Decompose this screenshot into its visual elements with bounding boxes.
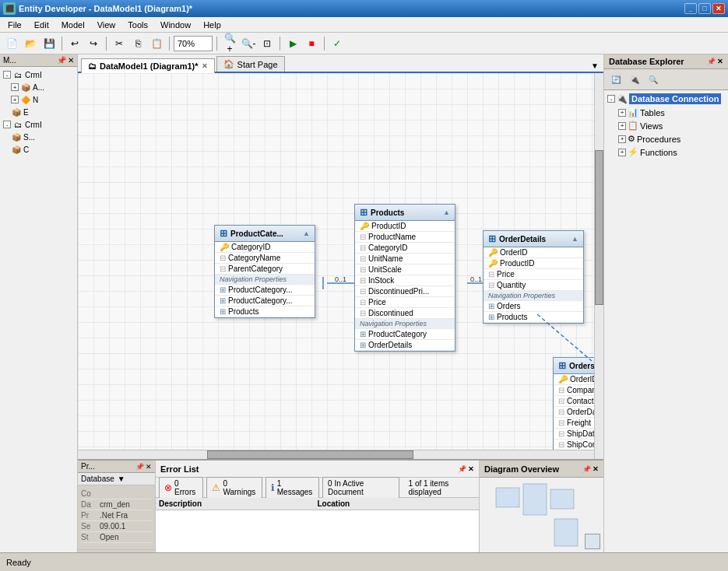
tree-item-2[interactable]: + 📦 A... xyxy=(2,81,76,93)
zoom-fit-button[interactable]: ⊡ xyxy=(258,35,276,52)
tabs-bar: 🗂 DataModel1 (Diagram1)* ✕ 🏠 Start Page … xyxy=(78,54,603,73)
menu-file[interactable]: File xyxy=(2,17,28,32)
prop-close[interactable]: ✕ xyxy=(146,463,152,471)
conn-col-2: Da xyxy=(81,500,97,509)
left-panel-pin[interactable]: 📌 xyxy=(57,56,66,65)
tab-diagram[interactable]: 🗂 DataModel1 (Diagram1)* ✕ xyxy=(81,58,215,73)
db-expand-views[interactable]: + xyxy=(618,122,626,130)
db-expand-connection[interactable]: - xyxy=(607,95,615,103)
diagram-overview-canvas[interactable] xyxy=(480,478,603,552)
expand-1[interactable]: - xyxy=(3,71,11,79)
copy-button[interactable]: ⎘ xyxy=(129,35,146,52)
tree-item-4[interactable]: 📦 E xyxy=(2,106,76,118)
entity-products-expand[interactable]: ▲ xyxy=(443,208,450,216)
left-panel-close[interactable]: ✕ xyxy=(68,56,74,65)
menu-model[interactable]: Model xyxy=(55,17,91,32)
key-icon-p1: 🔑 xyxy=(360,222,369,230)
redo-button[interactable]: ↪ xyxy=(85,35,102,52)
db-expand-tables[interactable]: + xyxy=(618,109,626,117)
expand-3[interactable]: + xyxy=(11,96,19,103)
error-close[interactable]: ✕ xyxy=(468,465,474,473)
nav-header-label-p: Navigation Properties xyxy=(360,320,427,328)
db-tree-item-connection[interactable]: - 🔌 Database Connection xyxy=(606,92,726,106)
db-tree-item-tables[interactable]: + 📊 Tables xyxy=(606,106,726,119)
entity-orders-field-5: Freight xyxy=(567,419,591,427)
tree-item-6[interactable]: 📦 S... xyxy=(2,131,76,143)
tree-item-5[interactable]: - 🗂 CrmI xyxy=(2,118,76,131)
zoom-out-button[interactable]: 🔍- xyxy=(240,35,257,52)
entity-od-title: OrderDetails xyxy=(499,235,546,243)
menu-window[interactable]: Window xyxy=(154,17,197,32)
menu-tools[interactable]: Tools xyxy=(121,17,154,32)
canvas-scroll-thumb-h[interactable] xyxy=(207,450,413,459)
db-explorer-close[interactable]: ✕ xyxy=(717,58,723,65)
zoom-input[interactable]: 70% xyxy=(174,36,213,51)
diag-ov-close[interactable]: ✕ xyxy=(593,465,599,473)
error-badge[interactable]: ⊗ 0 Errors xyxy=(159,477,203,499)
canvas-scrollbar-v[interactable] xyxy=(594,73,603,459)
conn-val-2: crm_den xyxy=(100,500,152,509)
key-icon-o1: 🔑 xyxy=(558,375,568,384)
entity-products[interactable]: ⊞ Products ▲ 🔑 ProductID ⊟ ProductName ⊟… xyxy=(354,204,455,352)
entity-od-row-2: 🔑 ProductID xyxy=(484,258,583,269)
entity-od-expand[interactable]: ▲ xyxy=(571,235,579,243)
minimize-button[interactable]: _ xyxy=(684,3,697,14)
save-button[interactable]: 💾 xyxy=(40,35,58,52)
expand-5[interactable]: - xyxy=(3,121,11,128)
tab-dropdown-button[interactable]: ▼ xyxy=(589,60,600,72)
entity-od-field-3: Price xyxy=(497,270,515,278)
db-expand-functions[interactable]: + xyxy=(618,149,626,156)
fk-icon-p2: ⊟ xyxy=(360,233,366,241)
prop-pin[interactable]: 📌 xyxy=(135,463,144,471)
entity-category-expand[interactable]: ▲ xyxy=(303,229,310,237)
message-badge[interactable]: ℹ 1 Messages xyxy=(266,477,319,499)
error-list-panel: Error List 📌 ✕ ⊗ 0 Errors ⚠ 0 Warnings xyxy=(156,461,479,552)
maximize-button[interactable]: □ xyxy=(698,3,711,14)
new-button[interactable]: 📄 xyxy=(3,35,20,52)
tree-item-3[interactable]: + 🔶 N xyxy=(2,93,76,106)
overview-viewport[interactable] xyxy=(585,534,600,549)
nav-icon-p2: ⊞ xyxy=(360,341,366,349)
open-button[interactable]: 📂 xyxy=(22,35,39,52)
menu-view[interactable]: View xyxy=(91,17,122,32)
diag-ov-pin[interactable]: 📌 xyxy=(582,465,591,473)
tree-item-1[interactable]: - 🗂 CrmI xyxy=(2,68,76,81)
menu-edit[interactable]: Edit xyxy=(28,17,55,32)
conn-col-3: Pr xyxy=(81,511,97,520)
entity-od-field-2: ProductID xyxy=(500,259,534,268)
db-tree-item-procedures[interactable]: + ⚙ Procedures xyxy=(606,132,726,145)
validate-button[interactable]: ✓ xyxy=(329,35,346,52)
tree-item-7[interactable]: 📦 C xyxy=(2,143,76,156)
stop-button[interactable]: ■ xyxy=(303,35,320,52)
paste-button[interactable]: 📋 xyxy=(148,35,165,52)
db-refresh-button[interactable]: 🔄 xyxy=(607,71,624,88)
expand-2[interactable]: + xyxy=(11,83,19,91)
tab-startpage[interactable]: 🏠 Start Page xyxy=(216,56,285,72)
db-expand-procedures[interactable]: + xyxy=(618,135,626,143)
canvas-scroll-thumb-v[interactable] xyxy=(595,150,603,304)
close-button[interactable]: ✕ xyxy=(712,3,725,14)
zoom-in-button[interactable]: 🔍+ xyxy=(221,35,238,52)
canvas-scrollbar-h[interactable] xyxy=(78,450,594,459)
active-doc-badge[interactable]: 0 In Active Document xyxy=(322,477,399,499)
entity-product-category[interactable]: ⊞ ProductCate... ▲ 🔑 CategoryID ⊟ Catego… xyxy=(214,225,315,318)
db-connect-button[interactable]: 🔌 xyxy=(626,71,643,88)
tab-diagram-close[interactable]: ✕ xyxy=(202,62,208,70)
error-pin[interactable]: 📌 xyxy=(458,465,466,473)
entity-products-field-8: Price xyxy=(368,298,386,307)
db-filter-button[interactable]: 🔍 xyxy=(645,71,662,88)
undo-button[interactable]: ↩ xyxy=(66,35,83,52)
menu-help[interactable]: Help xyxy=(197,17,227,32)
db-tree-item-views[interactable]: + 📋 Views xyxy=(606,119,726,132)
warning-badge[interactable]: ⚠ 0 Warnings xyxy=(206,477,262,499)
cut-button[interactable]: ✂ xyxy=(111,35,128,52)
db-explorer-pin[interactable]: 📌 xyxy=(707,58,716,65)
canvas-container[interactable]: ⊞ ProductCate... ▲ 🔑 CategoryID ⊟ Catego… xyxy=(78,73,603,459)
left-panel: M... 📌 ✕ - 🗂 CrmI + 📦 A... + 🔶 N xyxy=(0,54,78,552)
entity-order-details[interactable]: ⊞ OrderDetails ▲ 🔑 OrderID 🔑 ProductID ⊟… xyxy=(483,230,584,324)
toolbar-separator-4 xyxy=(216,37,217,51)
db-tree-item-functions[interactable]: + ⚡ Functions xyxy=(606,145,726,159)
db-functions-icon: ⚡ xyxy=(628,147,638,157)
run-button[interactable]: ▶ xyxy=(284,35,301,52)
properties-dropdown[interactable]: Database ▼ xyxy=(78,473,155,485)
